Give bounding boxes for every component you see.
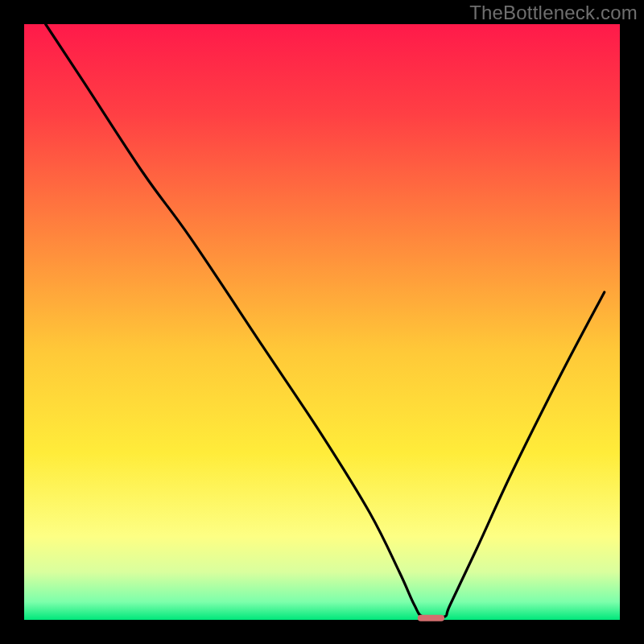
watermark-text: TheBottleneck.com — [469, 2, 638, 24]
optimal-marker — [418, 615, 444, 621]
plot-background — [24, 24, 620, 620]
chart-container: TheBottleneck.com — [0, 0, 644, 644]
bottleneck-chart — [0, 0, 644, 644]
